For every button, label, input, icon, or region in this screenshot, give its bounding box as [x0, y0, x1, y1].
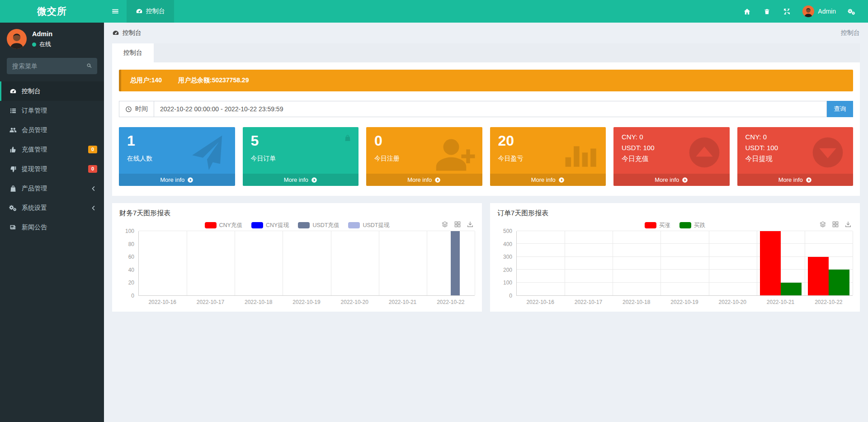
more-info-label: More info	[284, 176, 308, 183]
sidebar-item-3[interactable]: 充值管理0	[0, 140, 104, 159]
chart-box-1: 订单7天图形报表买涨买跌01002003004005002022-10-1620…	[490, 203, 860, 312]
y-tick-label: 20	[128, 280, 134, 286]
sidebar-item-label: 会员管理	[22, 126, 47, 134]
legend-item[interactable]: CNY提现	[251, 222, 289, 229]
chart-bar	[451, 231, 460, 295]
chart-legend: CNY充值CNY提现USDT充值USDT提现	[119, 219, 475, 231]
dashboard-icon	[9, 88, 17, 95]
time-range-input[interactable]	[154, 101, 827, 117]
more-info-link[interactable]: More info	[366, 174, 482, 186]
legend-item[interactable]: USDT充值	[298, 222, 339, 229]
app-logo[interactable]: 微交所	[0, 0, 104, 23]
list-icon	[9, 107, 17, 114]
sidebar-item-label: 新闻公告	[22, 223, 47, 232]
trash-button[interactable]	[757, 0, 777, 23]
stack-icon[interactable]	[441, 221, 448, 228]
chart-title: 财务7天图形报表	[119, 209, 475, 218]
query-button[interactable]: 查询	[827, 101, 853, 117]
sidebar-toggle-button[interactable]	[104, 0, 127, 23]
stack-icon[interactable]	[819, 221, 826, 228]
info-box-1: 5今日订单More info	[243, 127, 359, 186]
y-tick-label: 100	[503, 280, 512, 286]
chart-bar	[829, 270, 849, 295]
legend-swatch	[645, 222, 656, 228]
legend-swatch	[348, 222, 360, 228]
sidebar-user-status: 在线	[32, 40, 52, 48]
search-icon	[86, 62, 93, 69]
x-tick-label: 2022-10-17	[564, 299, 612, 305]
avatar	[7, 29, 27, 49]
home-icon	[743, 8, 751, 15]
dashboard-card-body: 总用户:140 用户总余额:50237758.29 时间 查询 1在线人数Mor…	[112, 62, 860, 196]
more-info-link[interactable]: More info	[490, 174, 606, 186]
sidebar-item-6[interactable]: 系统设置	[0, 198, 104, 218]
info-box-number: 5	[251, 133, 359, 149]
sidebar-item-5[interactable]: 产品管理	[0, 179, 104, 198]
more-info-link[interactable]: More info	[243, 174, 359, 186]
badge: 0	[88, 146, 97, 153]
info-box-3: 20今日盈亏More info	[490, 127, 606, 186]
expand-button[interactable]	[777, 0, 797, 23]
chart-bar	[808, 257, 829, 295]
user-plus-icon	[434, 134, 475, 172]
more-info-link[interactable]: More info	[613, 174, 730, 186]
more-info-link[interactable]: More info	[119, 174, 235, 186]
sidebar-search-input[interactable]	[7, 58, 97, 74]
top-navbar: 微交所 控制台 Admin	[0, 0, 868, 23]
y-tick-label: 500	[503, 228, 512, 234]
home-button[interactable]	[737, 0, 757, 23]
x-tick-label: 2022-10-22	[427, 299, 475, 305]
x-tick-label: 2022-10-20	[708, 299, 756, 305]
sidebar-item-label: 系统设置	[22, 204, 47, 212]
settings-button[interactable]	[841, 0, 862, 23]
legend-item[interactable]: CNY充值	[205, 222, 242, 229]
shopping-bag-icon	[344, 134, 351, 142]
legend-swatch	[679, 222, 691, 228]
tab-strip: 控制台	[112, 43, 860, 62]
legend-label: 买涨	[659, 222, 670, 229]
x-tick-label: 2022-10-20	[330, 299, 378, 305]
user-menu[interactable]: Admin	[797, 5, 841, 17]
more-info-label: More info	[655, 176, 679, 183]
info-box-row: 1在线人数More info5今日订单More info0今日注册More in…	[119, 127, 853, 186]
plot-area	[138, 231, 475, 296]
legend-swatch	[298, 222, 310, 228]
breadcrumb-label: 控制台	[123, 29, 142, 37]
tiled-icon[interactable]	[454, 221, 461, 228]
y-tick-label: 0	[509, 293, 512, 299]
chart-bar	[781, 283, 802, 295]
time-filter: 时间 查询	[119, 101, 853, 117]
y-tick-label: 300	[503, 254, 512, 260]
sidebar-item-7[interactable]: 新闻公告	[0, 218, 104, 237]
legend-item[interactable]: 买涨	[645, 222, 670, 229]
sidebar-item-label: 产品管理	[22, 185, 47, 193]
header-tab-dashboard[interactable]: 控制台	[127, 0, 174, 23]
more-arrow-icon	[806, 177, 812, 183]
cogs-icon	[848, 8, 855, 15]
more-info-link[interactable]: More info	[737, 174, 854, 186]
sidebar-item-4[interactable]: 提现管理0	[0, 159, 104, 179]
breadcrumb-right: 控制台	[841, 29, 860, 37]
more-arrow-icon	[558, 177, 565, 183]
download-icon[interactable]	[467, 221, 474, 228]
time-filter-addon: 时间	[119, 101, 154, 117]
dashboard-card: 控制台 总用户:140 用户总余额:50237758.29 时间 查询 1在线人…	[112, 43, 860, 196]
charts-row: 财务7天图形报表CNY充值CNY提现USDT充值USDT提现0204060801…	[112, 203, 860, 312]
cogs-icon	[9, 204, 17, 212]
x-tick-label: 2022-10-21	[756, 299, 804, 305]
tiled-icon[interactable]	[832, 221, 839, 228]
more-info-label: More info	[778, 176, 803, 183]
legend-item[interactable]: USDT提现	[348, 222, 389, 229]
thumbs-up-icon	[9, 146, 17, 153]
download-icon[interactable]	[844, 221, 852, 228]
sidebar-item-1[interactable]: 订单管理	[0, 101, 104, 120]
sidebar-item-0[interactable]: 控制台	[0, 81, 104, 101]
legend-swatch	[205, 222, 217, 228]
legend-item[interactable]: 买跌	[679, 222, 705, 229]
dashboard-icon	[112, 29, 119, 37]
tab-dashboard[interactable]: 控制台	[112, 43, 154, 62]
chart-legend: 买涨买跌	[497, 219, 853, 231]
header-user-name: Admin	[818, 8, 836, 15]
sidebar-user-name: Admin	[32, 30, 52, 38]
sidebar-item-2[interactable]: 会员管理	[0, 120, 104, 140]
